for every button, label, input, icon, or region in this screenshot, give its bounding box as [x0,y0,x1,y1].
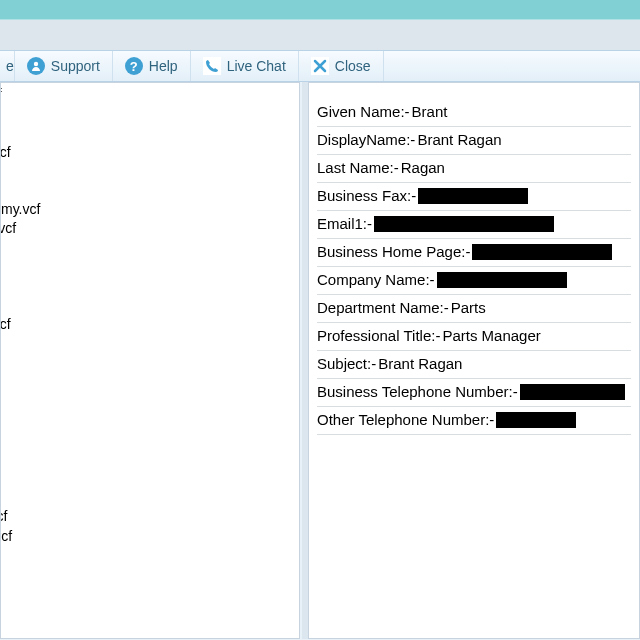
detail-row: Email1:- [317,211,631,239]
details-pane: Given Name:- BrantDisplayName:- Brant Ra… [308,82,640,639]
phone-icon [203,57,221,75]
detail-value: Brant Ragan [417,129,501,151]
close-icon [311,57,329,75]
list-item[interactable]: , Rainey.vcf [1,623,299,638]
list-item[interactable]: sox, Joe.vcf [1,354,299,373]
detail-label: DisplayName [317,129,406,151]
detail-separator: :- [400,101,411,123]
window-gap [0,20,640,50]
detail-row: Company Name:- [317,267,631,295]
content-area: old, Tony.vcfleffords.vcf, Ryan.vcfl Ser… [0,82,640,639]
detail-rows: Given Name:- BrantDisplayName:- Brant Ra… [317,99,631,435]
help-icon: ? [125,57,143,75]
redacted-value [418,188,528,204]
detail-label: Business Fax [317,185,407,207]
redacted-value [437,272,567,288]
support-label: Support [51,58,100,74]
detail-separator: :- [390,157,401,179]
toolbar-partial-button[interactable]: e [0,51,15,81]
redacted-value [374,216,554,232]
help-label: Help [149,58,178,74]
list-item[interactable]: ick, Shane.vcf [1,527,299,546]
toolbar: e Support ? Help Live Chat Close [0,50,640,82]
list-item[interactable]: leffords.vcf [1,104,299,123]
list-item[interactable]: Deb.vcf [1,488,299,507]
list-item[interactable]: nkamp, Tommy.vcf [1,200,299,219]
support-button[interactable]: Support [15,51,113,81]
detail-separator: :- [425,269,436,291]
list-item[interactable]: Monty.vcf [1,181,299,200]
redacted-value [520,384,625,400]
detail-label: Email1 [317,213,363,235]
list-item[interactable]: y, Bill.vcf [1,450,299,469]
list-item[interactable]: Dennis.vcf [1,239,299,258]
detail-separator: :- [485,409,496,431]
list-item[interactable]: an, Gary.vcf [1,373,299,392]
list-item[interactable]: old, Tony.vcf [1,85,299,104]
detail-separator: :- [363,213,374,235]
detail-label: Business Home Page [317,241,461,263]
list-item[interactable]: good, John.vcf [1,219,299,238]
detail-row: Business Fax:- [317,183,631,211]
detail-separator: :- [406,129,417,151]
detail-row: Business Telephone Number:- [317,379,631,407]
detail-row: DisplayName:- Brant Ragan [317,127,631,155]
file-list-pane: old, Tony.vcfleffords.vcf, Ryan.vcfl Ser… [0,82,300,639]
detail-label: Last Name [317,157,390,179]
detail-label: Department Name [317,297,440,319]
list-item[interactable]: d, Dave.vcf [1,258,299,277]
detail-label: Other Telephone Number [317,409,485,431]
detail-separator: :- [440,297,451,319]
toolbar-partial-label: e [6,58,14,74]
detail-row: Subject:- Brant Ragan [317,351,631,379]
live-chat-button[interactable]: Live Chat [191,51,299,81]
detail-separator: :- [367,353,378,375]
help-button[interactable]: ? Help [113,51,191,81]
list-item[interactable]: oj, Kurt.vcf [1,277,299,296]
list-item[interactable]: , Carl.vcf [1,546,299,565]
list-item[interactable]: , Kent.vcf [1,565,299,584]
detail-label: Given Name [317,101,400,123]
detail-row: Professional Title:- Parts Manager [317,323,631,351]
list-item[interactable]: , Lloyd.vcf [1,603,299,622]
svg-point-0 [34,62,38,66]
list-item[interactable]: , Joe.vcf [1,431,299,450]
detail-separator: :- [461,241,472,263]
live-chat-label: Live Chat [227,58,286,74]
list-item[interactable]: , Ryan.vcf [1,123,299,142]
redacted-value [496,412,576,428]
detail-separator: :- [431,325,442,347]
detail-row: Last Name:- Ragan [317,155,631,183]
detail-row: Business Home Page:- [317,239,631,267]
file-list[interactable]: old, Tony.vcfleffords.vcf, Ryan.vcfl Ser… [1,83,299,638]
detail-row: Given Name:- Brant [317,99,631,127]
detail-value: Parts Manager [442,325,540,347]
detail-row: Department Name:- Parts [317,295,631,323]
detail-label: Business Telephone Number [317,381,509,403]
detail-row: Other Telephone Number:- [317,407,631,435]
detail-label: Company Name [317,269,425,291]
close-button[interactable]: Close [299,51,384,81]
detail-label: Professional Title [317,325,431,347]
detail-label: Subject [317,353,367,375]
detail-separator: :- [407,185,418,207]
list-item[interactable]: ardt, Russ.vcf [1,315,299,334]
list-item[interactable]: Mark.vcf [1,335,299,354]
list-item[interactable]: nan, Mike.vcf [1,507,299,526]
list-item[interactable]: ngela.vcf [1,296,299,315]
titlebar-blur [0,0,640,20]
list-item[interactable]: , Dave.vcf [1,392,299,411]
list-item[interactable]: l Sergeant.vcf [1,143,299,162]
redacted-value [472,244,612,260]
support-icon [27,57,45,75]
list-item[interactable]: Larry.vcf [1,162,299,181]
detail-value: Ragan [401,157,445,179]
close-label: Close [335,58,371,74]
detail-value: Brant Ragan [378,353,462,375]
detail-separator: :- [509,381,520,403]
list-item[interactable]: , Kurt.vcf [1,584,299,603]
list-item[interactable]: Greg.vcf [1,411,299,430]
detail-value: Brant [412,101,448,123]
detail-value: Parts [451,297,486,319]
